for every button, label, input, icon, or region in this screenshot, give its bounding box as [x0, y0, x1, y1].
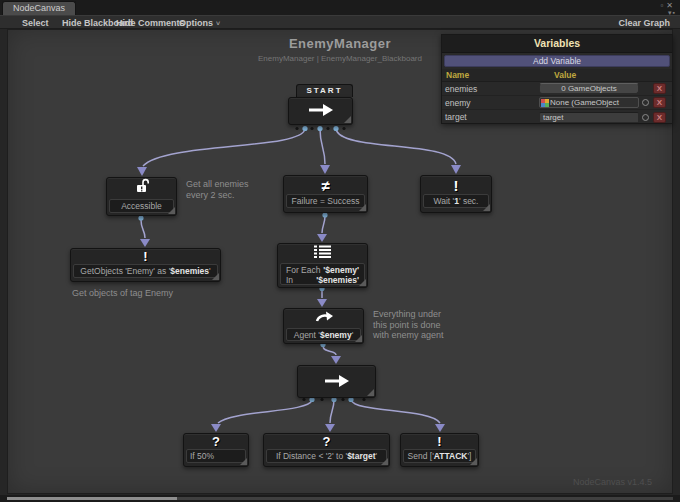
start-tag[interactable]: START	[296, 84, 353, 97]
variable-row-enemy: enemy None (GameObject X	[442, 96, 672, 110]
node-getobjects[interactable]: ! GetObjects 'Enemy' as '$enemies'	[70, 248, 221, 282]
resize-grip[interactable]	[367, 389, 374, 396]
variable-row-enemies: enemies 0 GameObjects X	[442, 82, 672, 96]
variables-panel-title: Variables	[442, 35, 672, 53]
gameobject-object-field[interactable]: None (GameObject	[539, 97, 639, 108]
target-text-field[interactable]: target	[539, 112, 639, 123]
arrow-right-icon	[324, 373, 350, 391]
node-sequencer-2[interactable]	[297, 365, 376, 398]
not-equal-icon: ≠	[321, 178, 329, 193]
arrow-right-icon	[308, 102, 334, 120]
graph-toolbar: Select Hide Blackboard Hide Comments Opt…	[0, 15, 680, 29]
variable-name-field[interactable]: target	[445, 112, 539, 122]
value-column-header: Value	[554, 70, 576, 80]
resize-grip[interactable]	[359, 279, 366, 286]
variable-name-field[interactable]: enemy	[445, 98, 539, 108]
horizontal-scrollbar-thumb[interactable]	[7, 497, 177, 500]
delete-variable-button[interactable]: X	[653, 97, 666, 108]
tab-nodecanvas[interactable]: NodeCanvas	[2, 1, 76, 15]
graph-title: EnemyManager	[240, 36, 440, 51]
resize-grip[interactable]	[344, 116, 351, 123]
comment-accessible: Get all enemies every 2 sec.	[186, 179, 249, 200]
node-wait[interactable]: ! Wait '1' sec.	[420, 175, 492, 213]
clear-graph-button[interactable]: Clear Graph	[614, 17, 674, 29]
node-label: Agent '$enemy'	[286, 328, 361, 341]
repeat-arrow-icon	[314, 309, 334, 327]
question-icon: ?	[212, 435, 220, 448]
node-agent[interactable]: Agent '$enemy'	[283, 308, 364, 344]
add-variable-button[interactable]: Add Variable	[444, 55, 670, 67]
node-label: Send ['ATTACK']	[403, 449, 476, 463]
node-failure-success[interactable]: ≠ Failure = Success	[283, 175, 368, 213]
node-accessible[interactable]: Accessible	[106, 177, 177, 216]
delete-variable-button[interactable]: X	[653, 83, 666, 94]
variable-name-field[interactable]: enemies	[445, 84, 539, 94]
resize-grip[interactable]	[470, 458, 477, 465]
node-label: For Each'$enemy' In'$enemies'	[280, 263, 365, 285]
resize-grip[interactable]	[483, 204, 490, 211]
comment-agent: Everything under this point is done with…	[373, 309, 444, 341]
node-if50[interactable]: ? If 50%	[183, 433, 249, 467]
resize-grip[interactable]	[240, 458, 247, 465]
resize-grip[interactable]	[168, 207, 175, 214]
node-send-attack[interactable]: ! Send ['ATTACK']	[400, 433, 479, 467]
window-bottom-strip	[0, 495, 680, 502]
node-foreach[interactable]: For Each'$enemy' In'$enemies'	[277, 243, 368, 288]
delete-variable-button[interactable]: X	[653, 112, 666, 123]
node-label: If 50%	[186, 449, 246, 463]
node-label: Failure = Success	[286, 194, 365, 208]
variables-panel: Variables Add Variable Name Value enemie…	[441, 34, 673, 124]
chevron-down-icon: ˅	[216, 20, 220, 27]
gameobject-icon	[541, 99, 549, 107]
node-label: Wait '1' sec.	[423, 194, 489, 208]
variable-row-target: target target X	[442, 110, 672, 124]
node-sequencer-start[interactable]	[288, 97, 353, 125]
resize-grip[interactable]	[355, 335, 362, 342]
nodecanvas-window: NodeCanvas ▫✕ ▾▪ Select Hide Blackboard …	[0, 0, 680, 502]
gameobjects-list-button[interactable]: 0 GameObjects	[539, 83, 639, 94]
node-label: GetObjects 'Enemy' as '$enemies'	[73, 264, 218, 278]
variables-column-headers: Name Value	[442, 69, 672, 82]
lock-open-icon	[134, 178, 150, 198]
exclamation-icon: !	[454, 178, 459, 193]
question-icon: ?	[323, 435, 331, 448]
exclamation-icon: !	[437, 435, 441, 448]
object-picker-icon[interactable]	[642, 99, 649, 106]
object-picker-icon[interactable]	[642, 114, 649, 121]
select-menu[interactable]: Select	[18, 17, 53, 29]
node-label: If Distance < '2' to '$target'	[266, 449, 387, 463]
resize-grip[interactable]	[359, 204, 366, 211]
list-icon	[314, 244, 331, 262]
window-tab-bar: NodeCanvas ▫✕ ▾▪	[0, 0, 680, 15]
options-menu[interactable]: Options˅	[175, 17, 224, 29]
name-column-header: Name	[446, 70, 542, 80]
resize-grip[interactable]	[212, 273, 219, 280]
resize-grip[interactable]	[381, 458, 388, 465]
comment-getobjects: Get objects of tag Enemy	[72, 288, 173, 299]
exclamation-icon: !	[143, 250, 147, 263]
node-label: Accessible	[109, 199, 174, 213]
node-ifdistance[interactable]: ? If Distance < '2' to '$target'	[263, 433, 390, 467]
version-label: NodeCanvas v1.4.5	[573, 477, 652, 487]
